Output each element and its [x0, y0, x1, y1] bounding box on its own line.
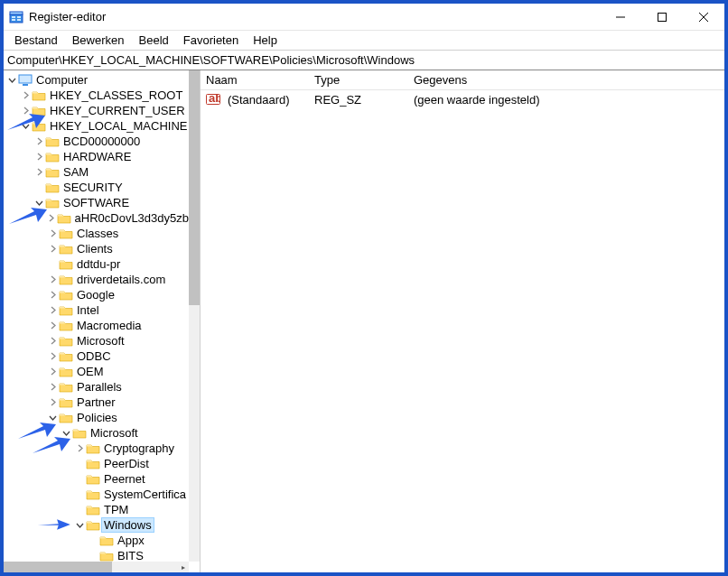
- expand-icon[interactable]: [46, 212, 57, 225]
- expand-icon[interactable]: [33, 166, 45, 179]
- tree-node-microsoft-sw[interactable]: Microsoft: [5, 333, 189, 348]
- collapse-icon[interactable]: [19, 120, 32, 133]
- expand-icon[interactable]: [33, 151, 45, 163]
- folder-icon: [59, 258, 73, 271]
- tree-node-oem[interactable]: OEM: [5, 364, 189, 379]
- expand-icon[interactable]: [46, 289, 59, 302]
- tree-node-computer[interactable]: Computer: [5, 72, 189, 88]
- collapse-icon[interactable]: [46, 412, 59, 424]
- folder-icon: [99, 550, 114, 562]
- tree-node-policies[interactable]: Policies: [5, 410, 189, 425]
- folder-icon: [45, 181, 60, 194]
- folder-icon: [59, 320, 73, 332]
- folder-icon: [59, 366, 73, 378]
- tree-label: BCD00000000: [63, 135, 140, 148]
- tree-node-cryptography[interactable]: Cryptography: [5, 441, 189, 456]
- expand-icon[interactable]: [46, 243, 59, 255]
- tree-label: TPM: [104, 503, 128, 516]
- expand-icon[interactable]: [73, 442, 86, 455]
- tree-node-peerdist[interactable]: PeerDist: [5, 456, 189, 471]
- folder-icon: [32, 89, 46, 102]
- folder-icon: [59, 412, 73, 424]
- tree-label: HKEY_CLASSES_ROOT: [50, 88, 182, 102]
- tree-node-partner[interactable]: Partner: [5, 395, 189, 410]
- tree-label: Partner: [77, 395, 116, 409]
- collapse-icon[interactable]: [5, 74, 18, 87]
- expand-icon[interactable]: [46, 228, 59, 240]
- tree-node-software[interactable]: SOFTWARE: [5, 195, 189, 210]
- tree-node-odbc[interactable]: ODBC: [5, 348, 189, 364]
- expand-icon[interactable]: [46, 335, 59, 348]
- svg-rect-11: [23, 84, 28, 86]
- folder-icon: [59, 335, 73, 348]
- tree-node-driverdetails[interactable]: driverdetails.com: [5, 272, 189, 287]
- column-data[interactable]: Gegevens: [408, 71, 724, 88]
- tree-node-security[interactable]: SECURITY: [5, 180, 189, 195]
- tree-node-tpm[interactable]: TPM: [5, 502, 189, 517]
- tree-node-systemcert[interactable]: SystemCertifica: [5, 487, 189, 502]
- tree-node-intel[interactable]: Intel: [5, 302, 189, 318]
- column-type[interactable]: Type: [309, 71, 408, 88]
- value-data: (geen waarde ingesteld): [414, 93, 539, 107]
- expand-icon[interactable]: [46, 396, 59, 409]
- expand-icon[interactable]: [46, 366, 59, 378]
- folder-icon: [45, 166, 60, 179]
- tree-node-bits[interactable]: BITS: [5, 548, 189, 562]
- expand-icon[interactable]: [46, 304, 59, 317]
- expand-icon[interactable]: [19, 89, 32, 102]
- tree-node-sw1[interactable]: aHR0cDovL3d3dy5zb: [5, 210, 189, 226]
- tree-node-sam[interactable]: SAM: [5, 164, 189, 180]
- tree-node-hardware[interactable]: HARDWARE: [5, 149, 189, 164]
- tree-label: ODBC: [77, 349, 111, 363]
- value-row[interactable]: ab (Standaard) REG_SZ (geen waarde inges…: [201, 90, 724, 108]
- tree-node-macromedia[interactable]: Macromedia: [5, 318, 189, 333]
- tree-node-peernet[interactable]: Peernet: [5, 471, 189, 487]
- tree-node-google[interactable]: Google: [5, 287, 189, 302]
- tree-vertical-scrollbar[interactable]: [189, 70, 200, 562]
- address-bar[interactable]: Computer\HKEY_LOCAL_MACHINE\SOFTWARE\Pol…: [4, 51, 724, 70]
- tree-node-appx[interactable]: Appx: [5, 533, 189, 548]
- svg-rect-3: [17, 16, 21, 18]
- folder-icon: [59, 350, 73, 363]
- tree-label: Computer: [36, 73, 88, 87]
- expand-icon[interactable]: [46, 320, 59, 332]
- tree-label: SAM: [63, 165, 89, 179]
- tree-horizontal-scrollbar[interactable]: ◂▸: [4, 562, 189, 572]
- collapse-icon[interactable]: [73, 519, 86, 532]
- tree-node-policies-microsoft[interactable]: Microsoft: [5, 425, 189, 441]
- tree-label: Classes: [77, 227, 118, 240]
- expand-icon[interactable]: [33, 135, 45, 148]
- svg-rect-4: [17, 19, 21, 21]
- collapse-icon[interactable]: [33, 197, 45, 209]
- folder-icon: [59, 274, 73, 286]
- menu-edit[interactable]: Bewerken: [65, 32, 132, 49]
- tree-node-windows[interactable]: Windows: [5, 517, 189, 533]
- close-button[interactable]: [683, 4, 724, 31]
- tree-node-clients[interactable]: Clients: [5, 241, 189, 256]
- string-value-icon: ab: [206, 93, 220, 106]
- expand-icon[interactable]: [19, 105, 32, 117]
- svg-rect-10: [19, 75, 32, 83]
- minimize-button[interactable]: [600, 4, 641, 31]
- tree-node-hkcr[interactable]: HKEY_CLASSES_ROOT: [5, 88, 189, 103]
- expand-icon[interactable]: [46, 350, 59, 363]
- tree-node-hkcu[interactable]: HKEY_CURRENT_USER: [5, 103, 189, 118]
- tree-label: Microsoft: [90, 426, 138, 440]
- svg-rect-5: [10, 12, 23, 14]
- tree-node-ddtdu[interactable]: ddtdu-pr: [5, 256, 189, 272]
- menu-help[interactable]: Help: [246, 32, 285, 49]
- column-name[interactable]: Naam: [201, 71, 309, 88]
- menu-view[interactable]: Beeld: [132, 32, 176, 49]
- expand-icon[interactable]: [46, 274, 59, 286]
- tree-node-hklm[interactable]: HKEY_LOCAL_MACHINE: [5, 118, 189, 134]
- collapse-icon[interactable]: [60, 427, 72, 440]
- maximize-button[interactable]: [641, 4, 683, 31]
- tree-node-classes[interactable]: Classes: [5, 226, 189, 241]
- expand-icon[interactable]: [46, 381, 59, 394]
- tree-node-parallels[interactable]: Parallels: [5, 379, 189, 395]
- tree-node-bcd[interactable]: BCD00000000: [5, 134, 189, 149]
- folder-icon: [45, 151, 60, 163]
- menu-favorites[interactable]: Favorieten: [176, 32, 246, 49]
- tree-label: Google: [77, 288, 115, 302]
- menu-file[interactable]: Bestand: [7, 32, 65, 49]
